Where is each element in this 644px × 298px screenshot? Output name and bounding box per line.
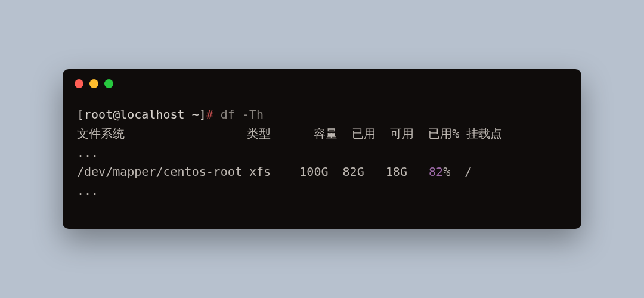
cell-size: 100G: [299, 164, 328, 179]
close-icon[interactable]: [75, 79, 83, 88]
maximize-icon[interactable]: [104, 79, 113, 88]
cell-used: 82G: [343, 164, 364, 179]
prompt-hash: #: [206, 107, 213, 122]
table-header-row: 文件系统 类型 容量 已用 可用 已用% 挂载点: [77, 124, 567, 143]
table-row: /dev/mapper/centos-root xfs 100G 82G 18G…: [77, 162, 567, 181]
minimize-icon[interactable]: [89, 79, 98, 88]
cell-mount: /: [465, 164, 472, 179]
header-type: 类型: [247, 126, 271, 141]
ellipsis-bottom: ...: [77, 181, 567, 200]
header-mount: 挂载点: [466, 126, 502, 141]
cell-avail: 18G: [386, 164, 407, 179]
prompt-user-host: [root@localhost ~]: [77, 107, 206, 122]
cell-filesystem: /dev/mapper/centos-root: [77, 164, 242, 179]
cell-type: xfs: [249, 164, 271, 179]
header-used: 已用: [352, 126, 376, 141]
header-size: 容量: [314, 126, 338, 141]
cell-use-pct-sym: %: [443, 164, 450, 179]
window-titlebar: [63, 69, 581, 98]
terminal-body[interactable]: [root@localhost ~]# df -Th 文件系统 类型 容量 已用…: [63, 98, 581, 229]
header-filesystem: 文件系统: [77, 126, 125, 141]
ellipsis-top: ...: [77, 143, 567, 162]
command-text: df -Th: [221, 107, 264, 122]
header-avail: 可用: [390, 126, 414, 141]
header-use-pct: 已用%: [428, 126, 459, 141]
cell-use-pct-num: 82: [429, 164, 443, 179]
terminal-window: [root@localhost ~]# df -Th 文件系统 类型 容量 已用…: [63, 69, 581, 229]
prompt-line: [root@localhost ~]# df -Th: [77, 105, 567, 124]
